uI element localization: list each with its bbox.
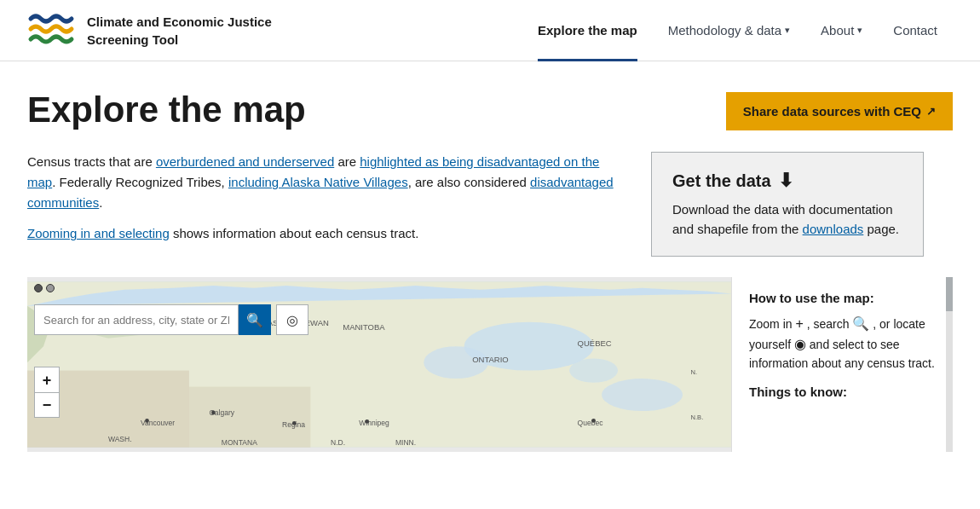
svg-point-24: [365, 419, 369, 424]
get-data-desc: Download the data with documentation and…: [672, 200, 902, 239]
chevron-down-icon: ▾: [857, 25, 862, 36]
logo-icon: [27, 10, 75, 51]
svg-text:N.D.: N.D.: [331, 438, 345, 447]
svg-point-22: [211, 411, 216, 415]
map-sidebar: How to use the map: Zoom in + , search 🔍…: [731, 277, 953, 452]
search-icon: 🔍: [246, 312, 263, 328]
map-dot-2: [46, 284, 55, 292]
plus-icon: +: [795, 316, 803, 331]
share-button-label: Share data sources with CEQ: [743, 104, 921, 119]
site-header: Climate and Economic Justice Screening T…: [0, 0, 980, 61]
svg-point-25: [591, 419, 596, 424]
svg-point-4: [602, 379, 683, 412]
map-container[interactable]: SASKATCHEWAN MANITOBA ONTARIO QUÉBEC N. …: [27, 277, 731, 452]
zoom-out-button[interactable]: −: [34, 392, 60, 418]
map-section: SASKATCHEWAN MANITOBA ONTARIO QUÉBEC N. …: [27, 277, 953, 452]
map-dot-1: [34, 284, 43, 292]
map-window-controls: [34, 284, 55, 292]
map-locate-button[interactable]: ◎: [276, 304, 308, 335]
nav-explore[interactable]: Explore the map: [522, 0, 653, 61]
svg-text:MANITOBA: MANITOBA: [343, 323, 385, 333]
zooming-link[interactable]: Zooming in and selecting: [27, 226, 170, 240]
nav-about[interactable]: About ▾: [805, 0, 878, 61]
share-data-button[interactable]: Share data sources with CEQ ↗: [726, 92, 953, 130]
description-paragraph-2: Zooming in and selecting shows informati…: [27, 223, 624, 244]
nav-contact[interactable]: Contact: [878, 0, 953, 61]
svg-point-23: [292, 421, 297, 425]
tribes-link[interactable]: including Alaska Native Villages: [228, 175, 408, 189]
svg-text:WASH.: WASH.: [108, 436, 132, 444]
logo-area: Climate and Economic Justice Screening T…: [27, 10, 272, 51]
svg-point-3: [569, 359, 618, 383]
download-icon: ⬇: [778, 170, 793, 192]
sidebar-scrollbar-thumb: [946, 277, 953, 311]
page-header-section: Explore the map Share data sources with …: [27, 61, 953, 152]
map-zoom-controls: + −: [34, 367, 60, 418]
get-data-title: Get the data ⬇: [672, 170, 902, 192]
svg-text:MINN.: MINN.: [395, 438, 416, 447]
page-title: Explore the map: [27, 89, 306, 131]
svg-text:ONTARIO: ONTARIO: [472, 356, 509, 365]
svg-text:N.: N.: [691, 369, 698, 377]
map-search-bar: 🔍 ◎: [34, 304, 308, 335]
chevron-down-icon: ▾: [785, 25, 790, 36]
description-paragraph-1: Census tracts that are overburdened and …: [27, 152, 624, 213]
zoom-in-button[interactable]: +: [34, 367, 60, 392]
svg-point-26: [145, 419, 149, 424]
description-text: Census tracts that are overburdened and …: [27, 152, 624, 257]
svg-text:Quebec: Quebec: [578, 419, 604, 428]
svg-text:MONTANA: MONTANA: [222, 438, 257, 447]
downloads-link[interactable]: downloads: [803, 222, 864, 236]
map-background: SASKATCHEWAN MANITOBA ONTARIO QUÉBEC N. …: [27, 277, 731, 452]
sidebar-how-to-use-title: How to use the map:: [749, 291, 936, 305]
svg-text:QUÉBEC: QUÉBEC: [578, 339, 612, 349]
map-search-button[interactable]: 🔍: [239, 304, 271, 335]
description-section: Census tracts that are overburdened and …: [27, 152, 953, 257]
sidebar-how-to-use-text: Zoom in + , search 🔍 , or locate yoursel…: [749, 314, 936, 373]
external-link-icon: ↗: [926, 105, 936, 118]
locate-icon: ◉: [794, 337, 806, 351]
nav-methodology[interactable]: Methodology & data ▾: [653, 0, 805, 61]
main-content: Explore the map Share data sources with …: [0, 61, 980, 452]
get-data-box: Get the data ⬇ Download the data with do…: [651, 152, 924, 257]
sidebar-scrollbar[interactable]: [946, 277, 953, 452]
overburdened-link[interactable]: overburdened and underserved: [156, 154, 334, 169]
search-icon: 🔍: [852, 316, 869, 331]
map-search-input[interactable]: [34, 304, 239, 335]
sidebar-things-to-know-title: Things to know:: [749, 385, 936, 399]
main-nav: Explore the map Methodology & data ▾ Abo…: [522, 0, 953, 61]
svg-text:Winnipeg: Winnipeg: [359, 419, 389, 428]
svg-text:N.B.: N.B.: [691, 414, 704, 421]
crosshair-icon: ◎: [286, 312, 298, 328]
logo-text: Climate and Economic Justice Screening T…: [87, 13, 272, 49]
